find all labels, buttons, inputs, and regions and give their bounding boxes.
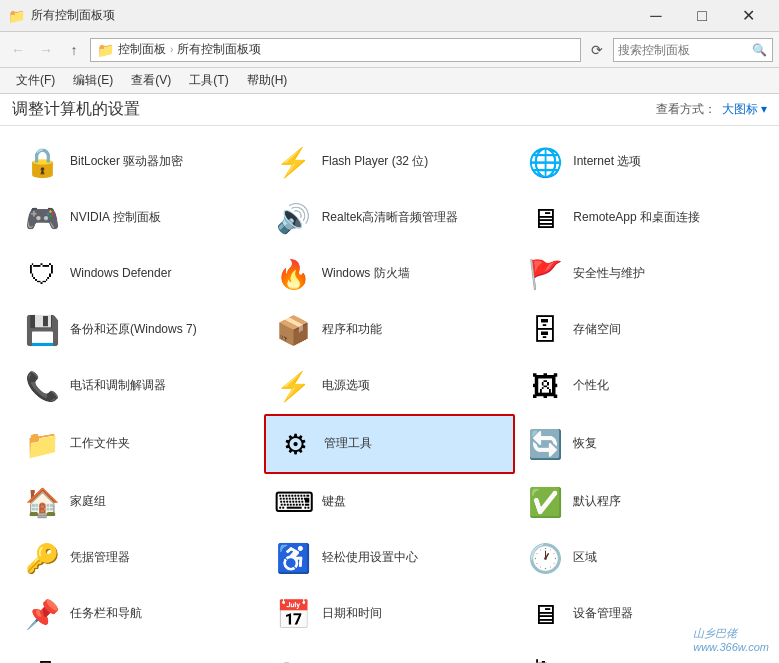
panel-item-realtek[interactable]: 🔊Realtek高清晰音频管理器 bbox=[264, 190, 516, 246]
panel-item-sound[interactable]: 🔈声音 bbox=[264, 642, 516, 663]
breadcrumb-arrow: › bbox=[170, 44, 173, 55]
item-icon-realtek: 🔊 bbox=[274, 198, 314, 238]
panel-item-remoteapp[interactable]: 🖥RemoteApp 和桌面连接 bbox=[515, 190, 767, 246]
back-button[interactable]: ← bbox=[6, 38, 30, 62]
view-mode-selector[interactable]: 大图标 ▾ bbox=[722, 101, 767, 118]
item-icon-credentials: 🔑 bbox=[22, 538, 62, 578]
panel-item-recovery[interactable]: 🔄恢复 bbox=[515, 414, 767, 474]
item-icon-region: 🕐 bbox=[525, 538, 565, 578]
panel-item-keyboard[interactable]: ⌨键盘 bbox=[264, 474, 516, 530]
item-icon-mouse: 🖱 bbox=[525, 650, 565, 663]
menu-edit[interactable]: 编辑(E) bbox=[65, 69, 121, 92]
titlebar-controls: ─ □ ✕ bbox=[633, 0, 771, 32]
item-icon-flash: ⚡ bbox=[274, 142, 314, 182]
item-label-storage: 存储空间 bbox=[573, 322, 621, 338]
panel-item-phone[interactable]: 📞电话和调制解调器 bbox=[12, 358, 264, 414]
menubar: 文件(F) 编辑(E) 查看(V) 工具(T) 帮助(H) bbox=[0, 68, 779, 94]
refresh-button[interactable]: ⟳ bbox=[585, 38, 609, 62]
item-label-security: 安全性与维护 bbox=[573, 266, 645, 282]
menu-view[interactable]: 查看(V) bbox=[123, 69, 179, 92]
panel-item-bitlocker[interactable]: 🔒BitLocker 驱动器加密 bbox=[12, 134, 264, 190]
panel-item-power[interactable]: ⚡电源选项 bbox=[264, 358, 516, 414]
item-label-workfolder: 工作文件夹 bbox=[70, 436, 130, 452]
item-label-backup: 备份和还原(Windows 7) bbox=[70, 322, 197, 338]
panel-item-flash[interactable]: ⚡Flash Player (32 位) bbox=[264, 134, 516, 190]
panel-item-programs[interactable]: 📦程序和功能 bbox=[264, 302, 516, 358]
titlebar: 📁 所有控制面板项 ─ □ ✕ bbox=[0, 0, 779, 32]
item-label-nvidia: NVIDIA 控制面板 bbox=[70, 210, 161, 226]
panel-item-nvidia[interactable]: 🎮NVIDIA 控制面板 bbox=[12, 190, 264, 246]
item-label-programs: 程序和功能 bbox=[322, 322, 382, 338]
search-box: 🔍 bbox=[613, 38, 773, 62]
item-label-credentials: 凭据管理器 bbox=[70, 550, 130, 566]
panel-item-region[interactable]: 🕐区域 bbox=[515, 530, 767, 586]
panel-item-homegroup[interactable]: 🏠家庭组 bbox=[12, 474, 264, 530]
breadcrumb-folder-icon: 📁 bbox=[97, 42, 114, 58]
item-icon-datetime: 📅 bbox=[274, 594, 314, 634]
content-area[interactable]: 🔒BitLocker 驱动器加密⚡Flash Player (32 位)🌐Int… bbox=[0, 126, 779, 663]
panel-item-datetime[interactable]: 📅日期和时间 bbox=[264, 586, 516, 642]
item-label-firewall: Windows 防火墙 bbox=[322, 266, 410, 282]
titlebar-folder-icon: 📁 bbox=[8, 8, 25, 24]
viewbar: 调整计算机的设置 查看方式： 大图标 ▾ bbox=[0, 94, 779, 126]
page-title: 调整计算机的设置 bbox=[12, 99, 140, 120]
item-label-keyboard: 键盘 bbox=[322, 494, 346, 510]
item-label-defender: Windows Defender bbox=[70, 266, 171, 282]
breadcrumb-current: 所有控制面板项 bbox=[177, 41, 261, 58]
item-icon-nvidia: 🎮 bbox=[22, 198, 62, 238]
panel-item-workfolder[interactable]: 📁工作文件夹 bbox=[12, 414, 264, 474]
forward-button[interactable]: → bbox=[34, 38, 58, 62]
item-icon-devmgr: 🖥 bbox=[525, 594, 565, 634]
breadcrumb-home: 控制面板 bbox=[118, 41, 166, 58]
item-label-power: 电源选项 bbox=[322, 378, 370, 394]
item-label-personalize: 个性化 bbox=[573, 378, 609, 394]
panel-item-personalize[interactable]: 🖼个性化 bbox=[515, 358, 767, 414]
panel-item-internet[interactable]: 🌐Internet 选项 bbox=[515, 134, 767, 190]
panel-item-storage[interactable]: 🗄存储空间 bbox=[515, 302, 767, 358]
item-icon-personalize: 🖼 bbox=[525, 366, 565, 406]
item-icon-phone: 📞 bbox=[22, 366, 62, 406]
panel-item-mouse[interactable]: 🖱鼠标 bbox=[515, 642, 767, 663]
close-button[interactable]: ✕ bbox=[725, 0, 771, 32]
item-label-admtools: 管理工具 bbox=[324, 436, 372, 452]
panel-item-backup[interactable]: 💾备份和还原(Windows 7) bbox=[12, 302, 264, 358]
panel-item-security[interactable]: 🚩安全性与维护 bbox=[515, 246, 767, 302]
panel-item-defaultprog[interactable]: ✅默认程序 bbox=[515, 474, 767, 530]
menu-help[interactable]: 帮助(H) bbox=[239, 69, 296, 92]
panel-item-firewall[interactable]: 🔥Windows 防火墙 bbox=[264, 246, 516, 302]
item-label-realtek: Realtek高清晰音频管理器 bbox=[322, 210, 459, 226]
item-icon-taskbar: 📌 bbox=[22, 594, 62, 634]
item-icon-backup: 💾 bbox=[22, 310, 62, 350]
main-content: 🔒BitLocker 驱动器加密⚡Flash Player (32 位)🌐Int… bbox=[0, 126, 779, 663]
up-button[interactable]: ↑ bbox=[62, 38, 86, 62]
panel-item-easeaccess[interactable]: ♿轻松使用设置中心 bbox=[264, 530, 516, 586]
panel-item-defender[interactable]: 🛡Windows Defender bbox=[12, 246, 264, 302]
item-label-datetime: 日期和时间 bbox=[322, 606, 382, 622]
item-label-defaultprog: 默认程序 bbox=[573, 494, 621, 510]
panel-item-devmgr[interactable]: 🖥设备管理器 bbox=[515, 586, 767, 642]
maximize-button[interactable]: □ bbox=[679, 0, 725, 32]
view-label: 查看方式： bbox=[656, 101, 716, 118]
item-label-bitlocker: BitLocker 驱动器加密 bbox=[70, 154, 183, 170]
search-input[interactable] bbox=[618, 43, 752, 57]
item-icon-security: 🚩 bbox=[525, 254, 565, 294]
breadcrumb-bar[interactable]: 📁 控制面板 › 所有控制面板项 bbox=[90, 38, 581, 62]
panel-item-admtools[interactable]: ⚙管理工具 bbox=[264, 414, 516, 474]
item-icon-internet: 🌐 bbox=[525, 142, 565, 182]
menu-file[interactable]: 文件(F) bbox=[8, 69, 63, 92]
panel-item-taskbar[interactable]: 📌任务栏和导航 bbox=[12, 586, 264, 642]
item-icon-easeaccess: ♿ bbox=[274, 538, 314, 578]
item-icon-sound: 🔈 bbox=[274, 650, 314, 663]
panel-item-printers[interactable]: 🖨设备和打印机 bbox=[12, 642, 264, 663]
panel-item-credentials[interactable]: 🔑凭据管理器 bbox=[12, 530, 264, 586]
item-label-homegroup: 家庭组 bbox=[70, 494, 106, 510]
minimize-button[interactable]: ─ bbox=[633, 0, 679, 32]
search-icon[interactable]: 🔍 bbox=[752, 41, 768, 59]
item-label-devmgr: 设备管理器 bbox=[573, 606, 633, 622]
item-icon-defaultprog: ✅ bbox=[525, 482, 565, 522]
addressbar: ← → ↑ 📁 控制面板 › 所有控制面板项 ⟳ 🔍 bbox=[0, 32, 779, 68]
item-icon-bitlocker: 🔒 bbox=[22, 142, 62, 182]
item-icon-keyboard: ⌨ bbox=[274, 482, 314, 522]
item-icon-power: ⚡ bbox=[274, 366, 314, 406]
menu-tools[interactable]: 工具(T) bbox=[181, 69, 236, 92]
